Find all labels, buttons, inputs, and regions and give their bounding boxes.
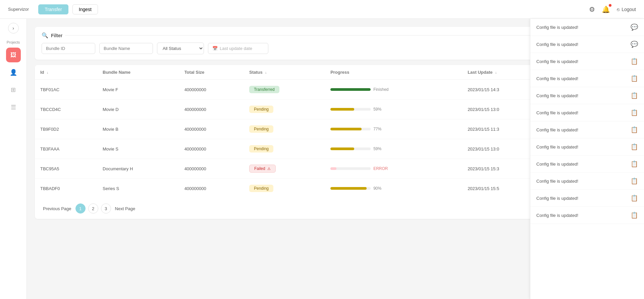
settings-icon[interactable]: ⚙ [589, 5, 595, 13]
progress-wrap: 59% [330, 107, 457, 112]
progress-bar-fill [330, 147, 354, 150]
notification-text: Config file is updated! [536, 110, 627, 115]
progress-label: 77% [373, 127, 385, 131]
notification-item: Config file is updated! 📋 [530, 173, 644, 190]
brand-label: Supervizor [8, 7, 29, 12]
cell-id: TB9F0D2 [35, 119, 97, 139]
notification-text: Config file is updated! [536, 76, 627, 81]
ingest-button[interactable]: Ingest [72, 4, 98, 14]
progress-bar-bg [330, 88, 371, 91]
notification-panel: Config file is updated! 💬 Config file is… [530, 19, 644, 299]
notification-text: Config file is updated! [536, 213, 627, 218]
notification-item: Config file is updated! 💬 [530, 19, 644, 36]
notification-item: Config file is updated! 📋 [530, 87, 644, 104]
status-select[interactable]: All Status Transferred Pending Failed [157, 43, 204, 54]
sort-icon-status[interactable]: ↓ [265, 71, 267, 74]
progress-bar-fill [330, 187, 367, 190]
filter-label: Filter [51, 33, 62, 38]
notification-icon: 📋 [631, 126, 638, 133]
cell-status: Pending [244, 179, 325, 198]
notification-item: Config file is updated! 📋 [530, 104, 644, 121]
notification-item: Config file is updated! 📋 [530, 207, 644, 224]
image-icon: 🖼 [10, 52, 16, 59]
next-page-button[interactable]: Next Page [114, 206, 137, 211]
cell-status: Pending [244, 119, 325, 139]
notification-text: Config file is updated! [536, 196, 627, 201]
progress-bar-bg [330, 128, 371, 130]
progress-bar-bg [330, 108, 371, 111]
progress-label: Finished [373, 87, 388, 92]
progress-bar-bg [330, 187, 371, 190]
cell-id: TBCCD4C [35, 100, 97, 119]
progress-bar-fill [330, 167, 336, 170]
sort-icon-last-update[interactable]: ↓ [495, 71, 497, 74]
progress-bar-fill [330, 88, 371, 91]
progress-bar-fill [330, 108, 354, 111]
search-icon: 🔍 [42, 32, 48, 39]
sidebar-toggle[interactable]: › [8, 23, 19, 34]
notification-item: Config file is updated! 📋 [530, 156, 644, 173]
cell-bundle-name: Movie F [97, 80, 179, 100]
cell-bundle-name: Movie D [97, 100, 179, 119]
bundle-name-input[interactable] [99, 43, 153, 54]
col-status: Status ↓ [244, 65, 325, 80]
notification-item: Config file is updated! 💬 [530, 36, 644, 53]
notification-icon: 📋 [631, 212, 638, 219]
cell-id: TBC95A5 [35, 159, 97, 179]
cell-status: Transferred [244, 80, 325, 100]
page-button-2[interactable]: 2 [88, 203, 98, 214]
date-placeholder: Last update date [220, 46, 252, 51]
notification-text: Config file is updated! [536, 162, 627, 167]
logout-button[interactable]: ⎋ Logout [617, 7, 636, 12]
notification-badge [609, 4, 611, 7]
cell-total-size: 400000000 [179, 100, 244, 119]
logout-label: Logout [622, 7, 636, 12]
cell-progress: Finished [325, 80, 462, 100]
cell-bundle-name: Movie B [97, 119, 179, 139]
cell-id: TBBADF0 [35, 179, 97, 198]
cell-progress: ERROR [325, 159, 462, 179]
sidebar: › Projects 🖼 👤 ⊞ ☰ [0, 19, 27, 299]
notification-text: Config file is updated! [536, 93, 627, 98]
notification-text: Config file is updated! [536, 179, 627, 184]
progress-wrap: ERROR [330, 166, 457, 171]
notification-icon: 📋 [631, 160, 638, 168]
notification-bell-icon[interactable]: 🔔 [602, 5, 610, 13]
sidebar-item-user[interactable]: 👤 [6, 65, 21, 80]
cell-total-size: 400000000 [179, 159, 244, 179]
col-total-size: Total Size [179, 65, 244, 80]
status-badge: Transferred [249, 86, 279, 93]
sidebar-item-grid[interactable]: ⊞ [6, 82, 21, 97]
transfer-button[interactable]: Transfer [38, 4, 68, 14]
prev-page-button[interactable]: Previous Page [42, 206, 73, 211]
progress-wrap: 77% [330, 127, 457, 131]
sidebar-item-image[interactable]: 🖼 [6, 48, 21, 62]
notification-item: Config file is updated! 📋 [530, 70, 644, 87]
notification-text: Config file is updated! [536, 59, 627, 64]
sidebar-item-list[interactable]: ☰ [6, 100, 21, 115]
notification-icon: 💬 [631, 41, 638, 48]
progress-label: 59% [373, 146, 385, 151]
bundle-id-input[interactable] [42, 43, 95, 54]
status-badge: Pending [249, 106, 273, 113]
grid-icon: ⊞ [11, 86, 16, 94]
notification-item: Config file is updated! 📋 [530, 138, 644, 156]
progress-wrap: 90% [330, 186, 457, 191]
page-button-3[interactable]: 3 [101, 203, 111, 214]
notification-icon: 📋 [631, 92, 638, 99]
date-picker[interactable]: 📅 Last update date [208, 43, 268, 54]
cell-status: Pending [244, 139, 325, 159]
notification-text: Config file is updated! [536, 25, 627, 30]
cell-total-size: 400000000 [179, 179, 244, 198]
topbar: Supervizor Transfer Ingest ⚙ 🔔 ⎋ Logout [0, 0, 644, 19]
sidebar-section-label: Projects [7, 40, 20, 44]
topbar-icons: ⚙ 🔔 ⎋ Logout [589, 5, 636, 13]
cell-total-size: 400000000 [179, 80, 244, 100]
cell-progress: 77% [325, 119, 462, 139]
page-button-1[interactable]: 1 [75, 203, 86, 214]
status-badge: Pending [249, 125, 273, 133]
cell-status: Pending [244, 100, 325, 119]
calendar-icon: 📅 [212, 46, 218, 51]
status-badge: Pending [249, 185, 273, 192]
sort-icon-id[interactable]: ↓ [47, 71, 48, 74]
